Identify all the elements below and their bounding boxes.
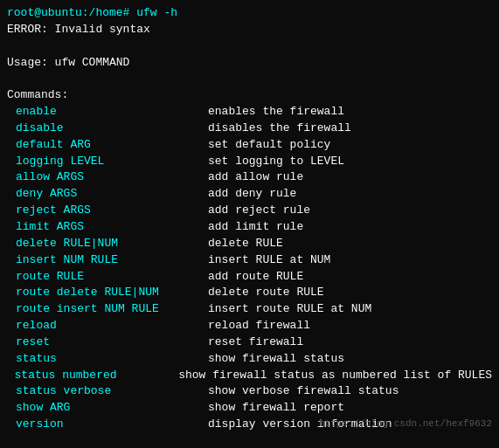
cmd-enable-text: enable — [16, 104, 208, 121]
cmd-status-text: status — [16, 351, 208, 368]
cmd-status-numbered-text: status numbered — [15, 368, 179, 384]
cmd-deny-text: deny ARGS — [16, 186, 208, 203]
cmd-enable: enable enables the firewall — [7, 104, 492, 121]
desc-reject: add reject rule — [208, 203, 310, 219]
usage-text: Usage: ufw COMMAND — [7, 55, 129, 72]
desc-enable: enables the firewall — [208, 104, 344, 121]
blank-line-2 — [7, 71, 492, 87]
desc-disable: disables the firewall — [208, 121, 351, 137]
desc-route-delete: delete route RULE — [208, 285, 324, 301]
cmd-reset-text: reset — [16, 334, 208, 351]
cmd-status-verbose: status verbose show verbose firewall sta… — [7, 383, 492, 400]
desc-reset: reset firewall — [208, 334, 303, 351]
cmd-insert-text: insert NUM RULE — [16, 252, 208, 269]
cmd-reject: reject ARGS add reject rule — [7, 203, 492, 219]
cmd-disable-text: disable — [16, 121, 208, 137]
cmd-delete: delete RULE|NUM delete RULE — [7, 236, 492, 252]
prompt-text-1: root@ubuntu:/home# ufw -h — [7, 5, 177, 22]
cmd-route-insert-text: route insert NUM RULE — [16, 301, 208, 318]
cmd-route: route RULE add route RULE — [7, 269, 492, 286]
cmd-reload: reload reload firewall — [7, 318, 492, 334]
cmd-disable: disable disables the firewall — [7, 121, 492, 137]
desc-delete: delete RULE — [208, 236, 283, 252]
desc-status-verbose: show verbose firewall status — [208, 383, 399, 400]
desc-logging: set logging to LEVEL — [208, 154, 344, 170]
error-line: ERROR: Invalid syntax — [7, 22, 492, 38]
desc-reload: reload firewall — [208, 318, 310, 334]
cmd-allow-text: allow ARGS — [16, 169, 208, 186]
cmd-logging-text: logging LEVEL — [16, 154, 208, 170]
cmd-status-numbered: status numbered show firewall status as … — [7, 368, 492, 384]
cmd-route-text: route RULE — [16, 269, 208, 286]
desc-route-insert: insert route RULE at NUM — [208, 301, 371, 318]
cmd-route-insert: route insert NUM RULE insert route RULE … — [7, 301, 492, 318]
blank-line-1 — [7, 38, 492, 55]
desc-allow: add allow rule — [208, 169, 303, 186]
prompt-line-1: root@ubuntu:/home# ufw -h — [7, 5, 492, 22]
cmd-reject-text: reject ARGS — [16, 203, 208, 219]
cmd-reset: reset reset firewall — [7, 334, 492, 351]
cmd-delete-text: delete RULE|NUM — [16, 236, 208, 252]
desc-status-numbered: show firewall status as numbered list of… — [178, 368, 492, 384]
cmd-default-text: default ARG — [16, 137, 208, 154]
cmd-show: show ARG show firewall report — [7, 400, 492, 417]
cmd-status-verbose-text: status verbose — [16, 383, 208, 400]
cmd-insert: insert NUM RULE insert RULE at NUM — [7, 252, 492, 269]
cmd-default: default ARG set default policy — [7, 137, 492, 154]
desc-insert: insert RULE at NUM — [208, 252, 330, 269]
cmd-limit: limit ARGS add limit rule — [7, 219, 492, 236]
cmd-limit-text: limit ARGS — [16, 219, 208, 236]
cmd-route-delete: route delete RULE|NUM delete route RULE — [7, 285, 492, 301]
watermark: https://blog.csdn.net/hexf9632 — [319, 418, 492, 429]
usage-line: Usage: ufw COMMAND — [7, 55, 492, 72]
cmd-route-delete-text: route delete RULE|NUM — [16, 285, 208, 301]
desc-status: show firewall status — [208, 351, 344, 368]
desc-limit: add limit rule — [208, 219, 303, 236]
commands-label: Commands: — [7, 87, 68, 104]
blank-line-3 — [7, 433, 492, 448]
error-text: ERROR: Invalid syntax — [7, 22, 150, 38]
desc-route: add route RULE — [208, 269, 303, 286]
cmd-deny: deny ARGS add deny rule — [7, 186, 492, 203]
cmd-version-text: version — [16, 417, 208, 433]
desc-default: set default policy — [208, 137, 330, 154]
cmd-status: status show firewall status — [7, 351, 492, 368]
commands-header: Commands: — [7, 87, 492, 104]
cmd-allow: allow ARGS add allow rule — [7, 169, 492, 186]
cmd-logging: logging LEVEL set logging to LEVEL — [7, 154, 492, 170]
cmd-reload-text: reload — [16, 318, 208, 334]
cmd-show-text: show ARG — [16, 400, 208, 417]
desc-show: show firewall report — [208, 400, 344, 417]
desc-deny: add deny rule — [208, 186, 296, 203]
terminal: root@ubuntu:/home# ufw -h ERROR: Invalid… — [0, 0, 499, 448]
